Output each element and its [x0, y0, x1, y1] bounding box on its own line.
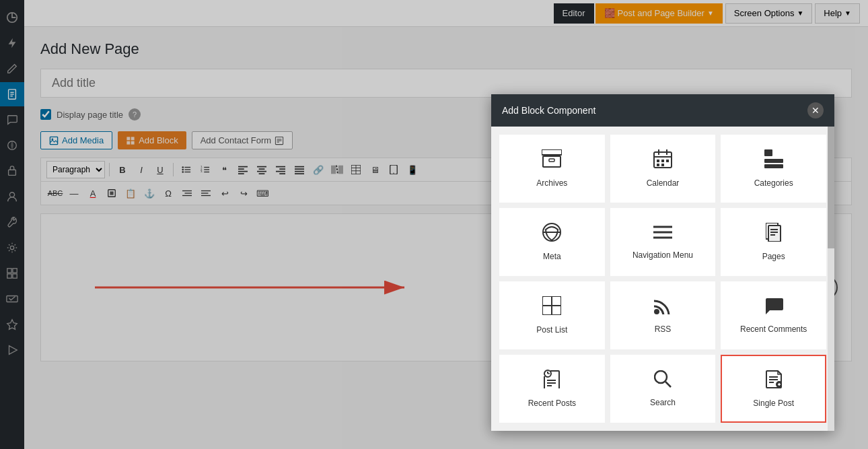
modal-item-meta[interactable]: Meta — [499, 208, 605, 276]
modal-item-icon-rss — [654, 297, 672, 318]
modal-item-label-rss: RSS — [655, 324, 672, 334]
svg-rect-82 — [661, 160, 664, 162]
svg-rect-83 — [666, 160, 669, 162]
modal-item-icon-recent-posts — [544, 370, 560, 392]
modal-item-icon-calendar — [653, 149, 672, 172]
modal-item-label-archives: Archives — [536, 178, 567, 188]
modal-item-label-recent-posts: Recent Posts — [528, 399, 576, 408]
modal-item-icon-navigation-menu — [653, 225, 672, 244]
svg-rect-76 — [549, 159, 554, 162]
modal-item-label-single-post: Single Post — [753, 399, 794, 408]
svg-line-110 — [665, 382, 671, 387]
modal-item-recent-comments[interactable]: Recent Comments — [721, 281, 826, 349]
modal-item-icon-recent-comments — [764, 297, 783, 318]
modal-item-label-navigation-menu: Navigation Menu — [632, 250, 693, 260]
scrollbar-thumb[interactable] — [828, 127, 834, 248]
add-block-modal: Add Block Component ✕ Archives Calendar … — [491, 94, 834, 431]
modal-item-pages[interactable]: Pages — [721, 208, 826, 276]
modal-item-recent-posts[interactable]: Recent Posts — [499, 355, 605, 423]
modal-header: Add Block Component ✕ — [491, 94, 834, 127]
svg-rect-87 — [764, 159, 783, 163]
svg-rect-86 — [764, 149, 772, 156]
modal-item-icon-post-list — [542, 296, 561, 318]
svg-rect-81 — [657, 160, 659, 162]
modal-item-rss[interactable]: RSS — [610, 281, 716, 349]
modal-item-icon-single-post — [766, 370, 782, 392]
modal-item-label-search: Search — [650, 398, 676, 407]
modal-item-icon-search — [654, 370, 672, 391]
modal-item-categories[interactable]: Categories — [721, 135, 826, 203]
modal-item-label-post-list: Post List — [536, 325, 567, 335]
modal-item-single-post[interactable]: Single Post — [721, 355, 826, 423]
modal-item-icon-categories — [764, 149, 783, 172]
modal-item-icon-meta — [542, 223, 561, 245]
modal-item-navigation-menu[interactable]: Navigation Menu — [610, 208, 716, 276]
modal-scrollbar[interactable] — [828, 127, 834, 431]
modal-item-icon-pages — [766, 223, 782, 245]
svg-rect-85 — [661, 164, 664, 166]
svg-rect-88 — [764, 164, 783, 168]
modal-item-label-meta: Meta — [543, 252, 561, 261]
modal-item-post-list[interactable]: Post List — [499, 281, 605, 349]
modal-body: Archives Calendar Categories Meta Naviga… — [491, 127, 834, 431]
svg-point-109 — [655, 371, 667, 383]
modal-item-calendar[interactable]: Calendar — [610, 135, 716, 203]
modal-item-label-categories: Categories — [754, 178, 793, 188]
modal-title: Add Block Component — [502, 105, 595, 116]
modal-item-label-pages: Pages — [762, 252, 785, 261]
modal-item-label-calendar: Calendar — [647, 178, 680, 188]
modal-close-button[interactable]: ✕ — [807, 102, 824, 118]
svg-rect-84 — [657, 164, 659, 166]
modal-item-search[interactable]: Search — [610, 355, 716, 423]
modal-item-label-recent-comments: Recent Comments — [740, 324, 807, 334]
modal-grid: Archives Calendar Categories Meta Naviga… — [491, 127, 834, 431]
svg-rect-95 — [768, 226, 781, 242]
svg-rect-73 — [542, 149, 562, 155]
modal-item-archives[interactable]: Archives — [499, 135, 605, 203]
svg-point-102 — [654, 309, 659, 314]
modal-item-icon-archives — [542, 149, 562, 172]
